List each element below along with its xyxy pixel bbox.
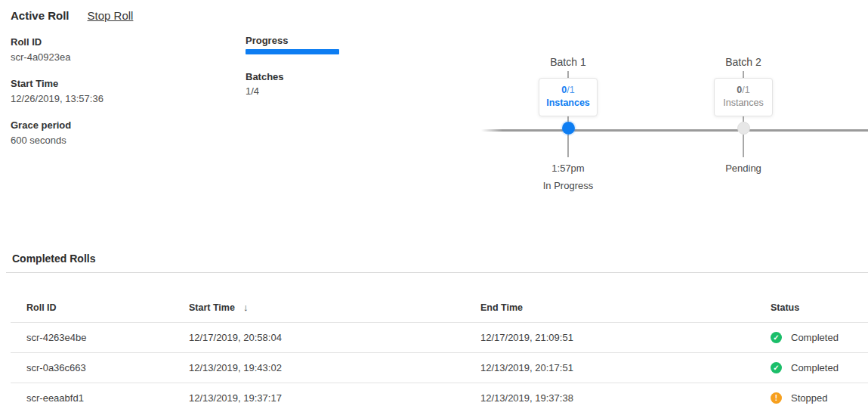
batch-2-stem: [743, 135, 744, 157]
roll-id-value: scr-4a0923ea: [11, 50, 103, 65]
table-row: scr-4263e4be 12/17/2019, 20:58:04 12/17/…: [11, 323, 868, 353]
grace-period-label: Grace period: [11, 118, 103, 133]
cell-status: ✓ Completed: [771, 332, 868, 343]
roll-id-field: Roll ID scr-4a0923ea: [11, 35, 103, 65]
batch-1-instances-card[interactable]: 0/1 Instances: [539, 78, 598, 116]
status-text: Completed: [791, 332, 839, 343]
cell-end-time: 12/13/2019, 20:17:51: [480, 362, 771, 373]
table-row: scr-eeaabfd1 12/13/2019, 19:37:17 12/13/…: [11, 383, 868, 412]
batch-1-group: Batch 1 0/1 Instances 1:57pm In Progress: [515, 56, 621, 191]
batch-1-connector: [567, 116, 569, 122]
active-roll-title: Active Roll: [11, 9, 70, 22]
status-text: Stopped: [791, 392, 827, 404]
section-divider: [6, 272, 868, 273]
batch-1-tick: [567, 71, 569, 78]
batch-1-time: 1:57pm: [515, 163, 621, 174]
cell-status: ! Stopped: [771, 392, 868, 404]
sort-descending-icon[interactable]: ↓: [243, 302, 249, 313]
batch-2-instances-card: 0/1 Instances: [714, 78, 773, 116]
roll-id-label: Roll ID: [11, 35, 103, 50]
grace-period-value: 600 seconds: [11, 133, 103, 148]
cell-start-time: 12/17/2019, 20:58:04: [189, 332, 480, 343]
active-roll-page: Active Roll Stop Roll Roll ID scr-4a0923…: [0, 0, 868, 412]
cell-roll-id: scr-eeaabfd1: [11, 392, 189, 404]
cell-status: ✓ Completed: [771, 362, 868, 373]
grace-period-field: Grace period 600 seconds: [11, 118, 103, 148]
column-header-status: Status: [771, 302, 868, 313]
stop-roll-link[interactable]: Stop Roll: [88, 9, 134, 22]
batches-label: Batches: [246, 71, 339, 82]
column-header-roll-id: Roll ID: [11, 302, 189, 313]
progress-column: Progress Batches 1/4: [246, 35, 339, 97]
completed-rolls-title: Completed Rolls: [12, 252, 95, 265]
cell-start-time: 12/13/2019, 19:37:17: [189, 392, 480, 404]
check-circle-icon: ✓: [771, 362, 782, 373]
active-roll-header: Active Roll Stop Roll: [11, 9, 133, 22]
roll-info-fields: Roll ID scr-4a0923ea Start Time 12/26/20…: [11, 35, 103, 160]
batch-2-tick: [743, 71, 744, 78]
check-circle-icon: ✓: [771, 332, 782, 343]
batch-2-timeline-dot: [737, 122, 750, 135]
status-text: Completed: [791, 362, 839, 373]
batch-1-title: Batch 1: [515, 56, 621, 68]
cell-start-time: 12/13/2019, 19:43:02: [189, 362, 480, 373]
table-row: scr-0a36c663 12/13/2019, 19:43:02 12/13/…: [11, 353, 868, 383]
cell-roll-id: scr-4263e4be: [11, 332, 189, 343]
start-time-field: Start Time 12/26/2019, 13:57:36: [11, 76, 103, 107]
column-header-start-time[interactable]: Start Time ↓: [189, 302, 480, 313]
batch-1-status: In Progress: [515, 180, 621, 191]
batch-1-instances-label: Instances: [539, 97, 597, 110]
batch-2-connector: [743, 116, 744, 122]
batch-1-stem: [567, 135, 569, 157]
batch-2-instance-count: 0/1: [715, 84, 772, 97]
batch-2-time: Pending: [690, 163, 796, 174]
batch-2-group: Batch 2 0/1 Instances Pending: [690, 56, 796, 180]
completed-rolls-table: Roll ID Start Time ↓ End Time Status scr…: [11, 293, 868, 412]
start-time-label: Start Time: [11, 76, 103, 91]
batch-2-instances-label: Instances: [715, 97, 772, 110]
batches-value: 1/4: [246, 85, 339, 97]
start-time-value: 12/26/2019, 13:57:36: [11, 91, 103, 107]
column-header-end-time: End Time: [480, 302, 771, 313]
progress-label: Progress: [246, 35, 339, 46]
batch-1-instance-count: 0/1: [539, 84, 597, 97]
cell-roll-id: scr-0a36c663: [11, 362, 189, 373]
cell-end-time: 12/13/2019, 19:37:38: [480, 392, 771, 404]
batch-2-title: Batch 2: [690, 56, 796, 68]
cell-end-time: 12/17/2019, 21:09:51: [480, 332, 771, 343]
alert-circle-icon: !: [771, 392, 782, 404]
progress-bar: [246, 49, 339, 54]
table-header-row: Roll ID Start Time ↓ End Time Status: [11, 293, 868, 323]
batch-1-timeline-dot: [562, 122, 575, 135]
